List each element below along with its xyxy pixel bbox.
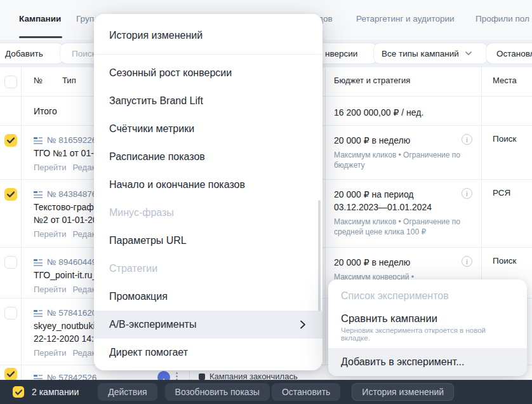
select-all-checkbox[interactable] [4, 76, 17, 88]
campaign-number[interactable]: № 89460449 [47, 256, 96, 269]
menu-item-label: А/В-эксперименты [109, 319, 298, 330]
go-to-link[interactable]: Перейти [34, 285, 67, 294]
row-checkbox[interactable] [4, 256, 17, 269]
actions-button[interactable]: Действия [98, 383, 157, 401]
submenu-item-description: Черновик эксперимента откроется в новой … [341, 327, 514, 342]
info-icon[interactable]: i [462, 188, 472, 199]
menu-item-metrica-counters[interactable]: Счётчики метрики [94, 115, 323, 143]
menu-item-seasonal-conversion-growth[interactable]: Сезонный рост конверсии [94, 59, 323, 87]
row-checkbox[interactable] [4, 134, 17, 147]
strategy-description: Максимум кликов • Ограничение по средней… [334, 217, 464, 237]
submenu-item-label: Сравнить кампании [341, 313, 514, 325]
tab-profiles[interactable]: Профили пол [475, 14, 529, 24]
status-stopped-icon [199, 374, 205, 380]
row-checkbox[interactable] [4, 307, 17, 320]
campaign-type-icon [34, 137, 43, 145]
tab-groups[interactable]: Груп [76, 14, 94, 24]
menu-divider [94, 54, 323, 55]
actions-dropdown-menu: История изменений Сезонный рост конверси… [94, 14, 323, 370]
column-header-budget[interactable]: Бюджет и стратегия [325, 67, 481, 96]
menu-item-strategies: Стратегии [94, 255, 323, 283]
info-icon[interactable]: i [462, 134, 472, 145]
menu-item-promo[interactable]: Промоакция [94, 283, 323, 311]
budget-value: 20 000 ₽ на период [334, 188, 481, 201]
budget-value: 20 000 ₽ в неделю [334, 256, 481, 269]
menu-item-ab-experiments[interactable]: А/В-эксперименты [94, 311, 323, 339]
menu-item-change-history[interactable]: История изменений [94, 22, 323, 50]
budget-value: 20 000 ₽ в неделю [334, 134, 481, 147]
submenu-item-add-to-experiment[interactable]: Добавить в эксперимент... [328, 348, 527, 376]
row-checkbox[interactable] [4, 188, 17, 201]
column-header-number[interactable]: № [34, 76, 62, 85]
history-button[interactable]: История изменений [352, 383, 454, 401]
menu-scrollbar[interactable] [318, 200, 321, 311]
menu-item-url-params[interactable]: Параметры URL [94, 227, 323, 255]
campaign-number[interactable]: № 84384876 [47, 188, 96, 201]
info-icon[interactable]: i [462, 256, 472, 267]
budget-value-line2: 03.12.2023—01.01.2024 [334, 201, 481, 213]
campaign-number[interactable]: № 57841620 [47, 307, 96, 320]
campaign-type-icon [34, 191, 43, 199]
campaign-type-filter[interactable]: Все типы кампаний [374, 43, 488, 64]
ab-experiments-submenu: Список экспериментов Сравнить кампании Ч… [328, 279, 527, 376]
tab-retargeting[interactable]: Ретаргетинг и аудитории [356, 14, 455, 24]
go-to-link[interactable]: Перейти [34, 348, 67, 358]
submenu-item-compare-campaigns[interactable]: Сравнить кампании Черновик эксперимента … [328, 302, 527, 342]
go-to-link[interactable]: Перейти [34, 163, 67, 172]
row-checkbox[interactable] [4, 368, 17, 380]
selection-action-bar: 2 кампании Действия Возобновить показы О… [0, 380, 532, 404]
conversions-chip[interactable]: нверсии [314, 43, 377, 64]
menu-item-brand-lift[interactable]: Запустить Brand Lift [94, 87, 323, 115]
campaign-number[interactable]: № 81659226 [47, 134, 96, 147]
menu-item-direct-helps[interactable]: Директ помогает [94, 339, 323, 367]
active-tab-underline [19, 36, 62, 38]
menu-item-negative-keywords: Минус-фразы [94, 199, 323, 227]
stopped-filter-chip[interactable]: Остановл [486, 43, 532, 64]
go-to-link[interactable]: Перейти [34, 229, 67, 239]
chevron-right-icon [298, 320, 307, 329]
total-budget: 16 200 000,00 ₽ / нед. [334, 105, 481, 119]
campaign-type-icon [34, 309, 43, 318]
menu-item-start-end-dates[interactable]: Начало и окончание показов [94, 171, 323, 199]
placement-value: Поиск [481, 126, 532, 179]
campaign-type-icon [34, 259, 43, 267]
selected-count-label: 2 кампании [32, 387, 79, 397]
selection-checkbox[interactable] [13, 386, 24, 398]
stop-button[interactable]: Остановить [272, 383, 340, 401]
column-header-places[interactable]: Места [481, 67, 532, 96]
placement-value: РСЯ [481, 180, 532, 247]
column-header-type[interactable]: Тип [62, 76, 76, 85]
resume-shows-button[interactable]: Возобновить показы [165, 383, 270, 401]
add-button[interactable]: Добавить [0, 43, 63, 64]
campaign-type-filter-label: Все типы кампаний [382, 49, 459, 58]
tab-campaigns[interactable]: Кампании [19, 14, 61, 24]
chevron-down-icon [465, 50, 472, 57]
menu-item-show-schedule[interactable]: Расписание показов [94, 143, 323, 171]
submenu-header-experiments-list: Список экспериментов [328, 279, 527, 302]
strategy-description: Максимум кликов • Ограничение по бюджету [334, 150, 464, 170]
